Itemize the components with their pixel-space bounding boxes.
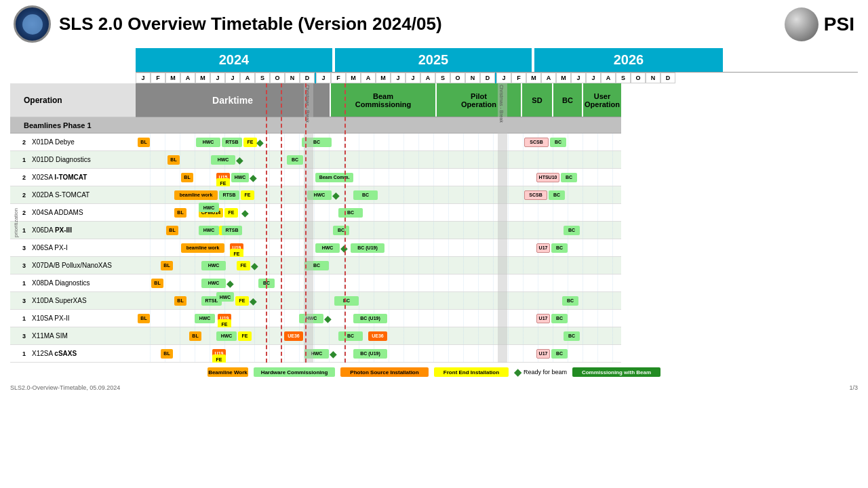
op-sd: SD xyxy=(521,83,552,117)
month-j8: J xyxy=(571,73,586,83)
bar-bcu19-x10sa: BC (U19) xyxy=(353,314,387,323)
legend-hwc-box: Hardware Commissioning xyxy=(254,367,335,377)
bar-bl-x04sa: BL xyxy=(174,208,186,218)
bar-bwork-x06sa: beamline work xyxy=(181,243,224,253)
bar-u17-x06sa: U17 xyxy=(536,243,550,253)
month-d1: D xyxy=(300,73,315,83)
row-x10sa-left: 1 X10SA PX-II xyxy=(10,310,136,327)
timetable: 2024 2025 2026 J F M A M J J A S O N D J… xyxy=(0,48,868,363)
row-x12sa-left: 1 X12SA cSAXS xyxy=(10,345,136,363)
month-o1: O xyxy=(270,73,285,83)
bar-bc-x02da: BC xyxy=(353,190,378,200)
bar-hwc-x01dd: HWC xyxy=(211,155,235,165)
legend-fe-box: Front End Installation xyxy=(434,367,509,377)
row-x08da-left: 1 X08DA Diagnostics xyxy=(10,274,136,292)
bar-bwork-x02da: beamline work xyxy=(174,190,218,200)
footer-left: SLS2.0-Overview-Timetable, 05.09.2024 xyxy=(10,384,120,391)
footer-right: 1/3 xyxy=(849,384,858,391)
bar-rtsb-x06da: RTSB xyxy=(222,226,242,235)
bar-bc2-x10sa: BC xyxy=(551,314,568,323)
operation-label: Operation xyxy=(10,83,136,117)
grid-bg-x01dd xyxy=(136,151,621,168)
main-content: prioritization Operation Beamlines Phase… xyxy=(10,83,858,363)
prio-x06da: 1 xyxy=(22,227,32,234)
year-2025: 2025 xyxy=(335,48,532,72)
legend-psi-box: Photon Source Installation xyxy=(340,367,429,377)
month-n2: N xyxy=(465,73,480,83)
name-x02da: X02DA S-TOMCAT xyxy=(32,191,90,199)
month-o2: O xyxy=(450,73,465,83)
footer: SLS2.0-Overview-Timetable, 05.09.2024 1/… xyxy=(0,382,868,394)
bar-bcu19-x06sa: BC (U19) xyxy=(351,243,384,253)
year-row: 2024 2025 2026 xyxy=(136,48,858,72)
diamond-legend-icon: ◆ xyxy=(514,367,521,378)
bar-fe-x11ma: FE xyxy=(238,331,252,341)
page-title: SLS 2.0 Overview Timetable (Version 2024… xyxy=(59,14,442,35)
bar-ue36b-x11ma: UE36 xyxy=(368,331,387,341)
bar-scsb-x01da: SCSB xyxy=(524,138,549,147)
month-f3: F xyxy=(511,73,526,83)
prio-x10sa: 1 xyxy=(22,315,32,322)
legend-psi: Photon Source Installation xyxy=(340,367,429,377)
bar-hwc-x12sa: HWC xyxy=(304,349,329,359)
bar-bc2-x12sa: BC xyxy=(551,349,568,359)
left-labels: prioritization Operation Beamlines Phase… xyxy=(10,83,136,363)
row-x10da-left: 3 X10DA SuperXAS xyxy=(10,292,136,310)
month-s2: S xyxy=(435,73,450,83)
month-m3: M xyxy=(346,73,361,83)
diamond-x02da: ◆ xyxy=(332,190,340,201)
row-x01dd-left: 1 X01DD Diagnostics xyxy=(10,151,136,169)
month-n3: N xyxy=(646,73,660,83)
bar-bc2-x06da: BC xyxy=(564,226,580,235)
prio-x01dd: 1 xyxy=(22,157,32,163)
month-m6: M xyxy=(556,73,571,83)
diamond-x12sa: ◆ xyxy=(330,348,337,359)
section1-label: Beamlines Phase 1 xyxy=(10,117,136,134)
diamond-x08da: ◆ xyxy=(226,278,234,289)
psi-sphere-icon xyxy=(785,7,818,41)
row-x02da-left: 2 X02DA S-TOMCAT xyxy=(10,186,136,204)
bar-bl-x07da: BL xyxy=(161,261,173,270)
bar-fe-x10da: FE xyxy=(235,296,249,306)
year-spacer2 xyxy=(532,48,533,72)
legend-ready: ◆ Ready for beam xyxy=(514,367,567,378)
diamond-x10da: ◆ xyxy=(250,296,257,306)
bar-bc2-x06sa: BC xyxy=(551,243,568,253)
sls-logo xyxy=(14,5,51,43)
bar-bcu19-x12sa: BC (U19) xyxy=(353,349,387,359)
op-pilot: PilotOperation xyxy=(435,83,521,117)
bar-bc-x10da: BC xyxy=(334,296,359,306)
year-spacer xyxy=(332,48,334,72)
month-j5: J xyxy=(391,73,406,83)
name-x06da: X06DA PX-III xyxy=(32,226,72,234)
month-s1: S xyxy=(255,73,270,83)
prio-x06sa: 3 xyxy=(22,245,32,251)
bar-bl-x06da: BL xyxy=(166,226,178,235)
bar-bc-x11ma: BC xyxy=(338,331,363,341)
row-x11ma-timeline: BL HWC FE UE36 BC UE36 BC xyxy=(136,327,621,345)
month-n1: N xyxy=(285,73,300,83)
bar-bl-x02sa: BL xyxy=(181,173,193,182)
legend-hwc: Hardware Commissioning xyxy=(254,367,335,377)
bar-hwc-x01da: HWC xyxy=(196,138,220,147)
row-x10da-timeline: BL RTSB HWC FE ◆ BC BC xyxy=(136,292,621,310)
legend-fe: Front End Installation xyxy=(434,367,509,377)
name-x12sa: X12SA cSAXS xyxy=(32,350,77,357)
legend-bc-box: Commissioning with Beam xyxy=(572,367,660,377)
month-m5: M xyxy=(526,73,541,83)
logo-inner xyxy=(22,14,43,35)
month-f2: F xyxy=(331,73,346,83)
month-a2: A xyxy=(240,73,255,83)
prio-x11ma: 3 xyxy=(22,333,32,340)
month-m2: M xyxy=(195,73,210,83)
month-j7: J xyxy=(496,73,511,83)
bar-bc-x04sa: BC xyxy=(338,208,363,218)
bar-bc2-x02da: BC xyxy=(549,190,565,200)
bar-bc-x08da: BC xyxy=(258,279,275,288)
bar-u17-x10sa: U17 xyxy=(536,314,550,323)
row-x10sa-timeline: BL HWC U19 FE HWC ◆ BC (U19) U17 BC xyxy=(136,310,621,327)
row-x02sa-timeline: BL U15 FE HWC ◆ Beam Comm. HTSU10 BC xyxy=(136,169,621,186)
diamond-x04sa: ◆ xyxy=(241,207,249,218)
row-x06sa-left: 3 X06SA PX-I xyxy=(10,239,136,257)
bar-hwc-x10sa: HWC xyxy=(195,314,215,323)
